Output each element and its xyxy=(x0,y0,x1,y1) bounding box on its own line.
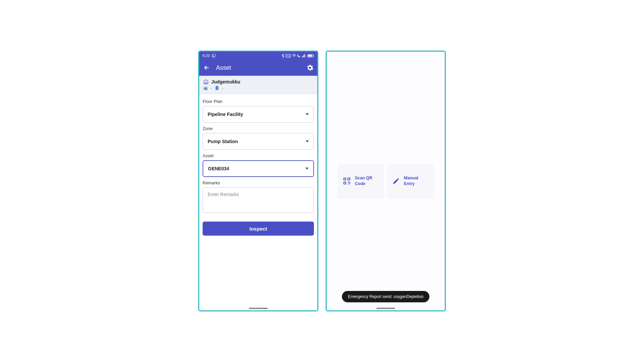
whatsapp-icon xyxy=(212,54,216,58)
asset-label: Asset xyxy=(203,153,314,158)
form-body: Floor Plan Pipeline Facility Zone Pump S… xyxy=(199,94,317,310)
volte-call-icon xyxy=(298,54,301,57)
svg-rect-1 xyxy=(302,57,303,58)
settings-button[interactable] xyxy=(307,64,313,71)
remarks-input[interactable] xyxy=(203,187,314,213)
svg-rect-13 xyxy=(216,86,218,87)
toast-message: Emergency Report send: oxygenDepletion xyxy=(342,291,429,302)
status-left: 6:23 xyxy=(203,54,216,58)
battery-icon xyxy=(307,54,314,58)
floor-plan-label: Floor Plan xyxy=(203,99,314,104)
svg-rect-8 xyxy=(204,87,208,90)
svg-rect-9 xyxy=(205,87,205,88)
status-bar: 6:23 Vo) xyxy=(199,52,317,60)
entry-body: Scan QR Code Manual Entry Emergency Repo… xyxy=(327,52,445,310)
action-cards-row: Scan QR Code Manual Entry xyxy=(338,164,433,198)
svg-rect-11 xyxy=(206,87,207,88)
nav-handle[interactable] xyxy=(376,308,395,309)
arrow-left-icon xyxy=(203,64,210,71)
location-main: Judgemukku xyxy=(203,79,313,84)
clipboard-icon xyxy=(215,86,219,90)
scan-qr-label: Scan QR Code xyxy=(355,175,379,187)
svg-rect-6 xyxy=(313,55,314,56)
inspect-button[interactable]: Inspect xyxy=(203,222,314,236)
chevron-down-icon xyxy=(306,140,309,142)
app-bar: Asset xyxy=(199,60,317,76)
svg-rect-3 xyxy=(304,55,304,58)
zone-label: Zone xyxy=(203,126,314,131)
svg-rect-14 xyxy=(344,178,346,180)
scan-qr-card[interactable]: Scan QR Code xyxy=(338,164,384,198)
manual-entry-label: Manual Entry xyxy=(404,175,429,187)
nav-handle[interactable] xyxy=(249,308,268,309)
pencil-icon xyxy=(392,177,400,185)
manual-entry-card[interactable]: Manual Entry xyxy=(388,164,433,198)
location-name: Judgemukku xyxy=(211,79,240,84)
svg-rect-16 xyxy=(344,182,346,184)
zone-select[interactable]: Pump Station xyxy=(203,133,314,150)
svg-rect-12 xyxy=(216,86,219,90)
phone-frame-asset-form: 6:23 Vo) Asset Judgemukku - xyxy=(198,51,318,311)
qr-code-icon xyxy=(343,177,351,185)
floor-plan-select[interactable]: Pipeline Facility xyxy=(203,106,314,123)
status-right: Vo) xyxy=(282,54,314,58)
signal-icon xyxy=(302,54,306,57)
location-sub: - - xyxy=(203,86,313,90)
wifi-icon xyxy=(292,54,296,57)
location-sub2: - xyxy=(222,86,223,90)
volte-icon: Vo) xyxy=(285,54,291,58)
zone-value: Pump Station xyxy=(208,139,238,144)
svg-rect-10 xyxy=(205,87,206,88)
location-bar: Judgemukku - - xyxy=(199,76,317,94)
floor-plan-value: Pipeline Facility xyxy=(208,112,243,117)
asset-select[interactable]: GENE034 xyxy=(203,160,314,177)
svg-rect-15 xyxy=(348,178,350,180)
svg-rect-7 xyxy=(308,55,312,57)
location-sub1: - xyxy=(211,86,212,90)
asset-value: GENE034 xyxy=(208,166,229,171)
status-time: 6:23 xyxy=(203,54,210,58)
app-bar-title: Asset xyxy=(216,64,301,71)
back-button[interactable] xyxy=(203,64,210,71)
chevron-down-icon xyxy=(306,113,309,115)
chevron-down-icon xyxy=(305,168,309,170)
remarks-label: Remarks xyxy=(203,180,314,185)
gear-icon xyxy=(307,64,313,71)
bluetooth-icon xyxy=(282,54,284,58)
svg-rect-4 xyxy=(305,54,305,57)
building-outline-icon xyxy=(203,79,209,84)
org-icon xyxy=(203,86,208,90)
svg-rect-2 xyxy=(303,56,304,57)
svg-point-0 xyxy=(212,54,215,57)
phone-frame-entry-options: Scan QR Code Manual Entry Emergency Repo… xyxy=(326,51,446,311)
